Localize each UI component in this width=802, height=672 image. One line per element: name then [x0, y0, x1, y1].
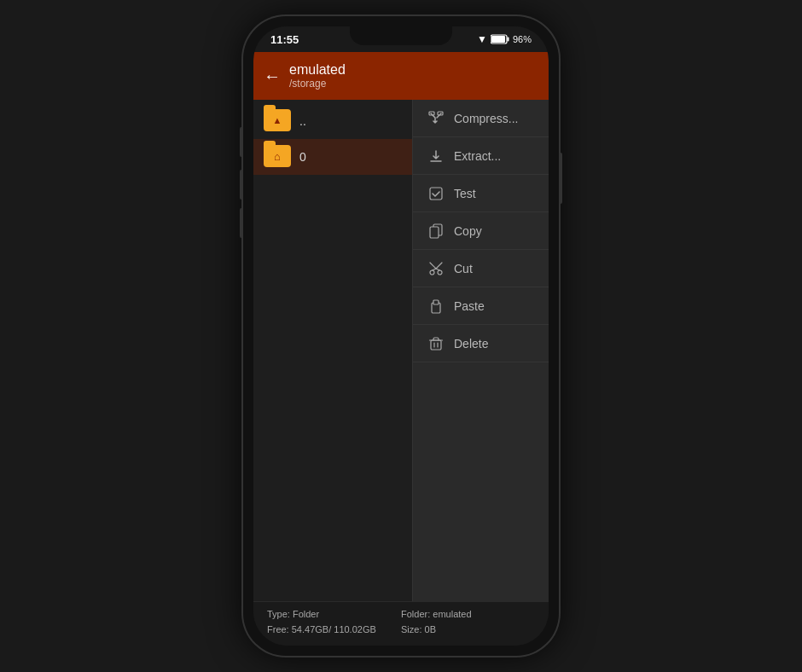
- svg-point-9: [438, 270, 442, 275]
- svg-rect-16: [431, 340, 441, 350]
- svg-line-12: [433, 269, 437, 270]
- extract-icon: [427, 148, 445, 164]
- footer-left: Type: Folder Free: 54.47GB/ 110.02GB: [267, 607, 401, 640]
- menu-item-paste[interactable]: Paste: [413, 287, 549, 325]
- folder-icon-parent: ▲: [264, 109, 291, 133]
- menu-label-paste: Paste: [454, 299, 485, 313]
- notch: [350, 26, 452, 45]
- svg-line-13: [436, 269, 440, 270]
- app-header: ← emulated /storage: [253, 52, 549, 100]
- svg-rect-5: [430, 188, 442, 200]
- header-title: emulated: [289, 62, 346, 78]
- wifi-icon: ▼: [477, 33, 487, 45]
- menu-label-compress: Compress...: [454, 112, 518, 125]
- header-subtitle: /storage: [289, 78, 346, 90]
- svg-point-8: [430, 270, 434, 275]
- home-icon: ⌂: [274, 150, 281, 163]
- svg-line-11: [436, 263, 442, 269]
- footer-type: Type: Folder: [267, 607, 401, 623]
- phone-screen: 11:55 ▼ 96% ← emulated /storage: [253, 26, 549, 646]
- menu-label-test: Test: [454, 187, 476, 200]
- file-name-parent: ..: [299, 114, 306, 128]
- menu-label-delete: Delete: [454, 337, 488, 350]
- app-content: ▲ .. ⌂ 0: [253, 100, 549, 601]
- status-time: 11:55: [270, 33, 299, 46]
- footer-folder: Folder: emulated: [401, 607, 535, 623]
- back-button[interactable]: ←: [264, 67, 281, 86]
- menu-item-test[interactable]: Test: [413, 175, 549, 212]
- menu-label-copy: Copy: [454, 224, 482, 238]
- phone-frame: 11:55 ▼ 96% ← emulated /storage: [243, 16, 559, 656]
- test-icon: [427, 186, 445, 201]
- menu-item-extract[interactable]: Extract...: [413, 137, 549, 175]
- footer-free: Free: 54.47GB/ 110.02GB: [267, 623, 401, 638]
- status-icons: ▼ 96%: [477, 33, 532, 45]
- menu-label-extract: Extract...: [454, 149, 501, 163]
- svg-rect-15: [433, 300, 439, 304]
- file-name-zero: 0: [299, 150, 306, 164]
- folder-up-arrow: ▲: [273, 115, 282, 125]
- svg-line-10: [430, 263, 436, 269]
- folder-icon-zero: ⌂: [264, 145, 291, 169]
- footer-right: Folder: emulated Size: 0B: [401, 607, 535, 640]
- battery-icon: [491, 34, 509, 44]
- cut-icon: [427, 261, 445, 276]
- menu-item-compress[interactable]: Compress...: [413, 100, 549, 137]
- svg-rect-7: [430, 227, 439, 238]
- header-title-block: emulated /storage: [289, 62, 346, 90]
- svg-rect-2: [491, 36, 505, 43]
- delete-icon: [427, 336, 445, 351]
- menu-item-cut[interactable]: Cut: [413, 250, 549, 287]
- context-menu: Compress... Extract...: [412, 100, 549, 601]
- menu-item-delete[interactable]: Delete: [413, 325, 549, 362]
- menu-label-cut: Cut: [454, 262, 473, 275]
- battery-percent: 96%: [513, 34, 532, 44]
- footer-size: Size: 0B: [401, 623, 535, 638]
- menu-item-copy[interactable]: Copy: [413, 212, 549, 250]
- svg-rect-1: [507, 38, 509, 42]
- paste-icon: [427, 298, 445, 314]
- copy-icon: [427, 223, 445, 239]
- status-footer: Type: Folder Free: 54.47GB/ 110.02GB Fol…: [253, 601, 549, 646]
- compress-icon: [427, 111, 445, 126]
